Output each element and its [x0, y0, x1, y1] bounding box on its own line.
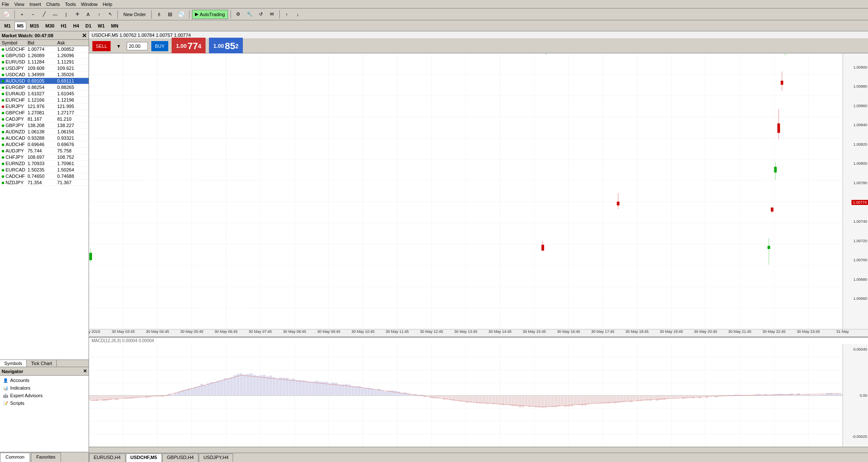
- line-tool-btn[interactable]: ╱: [39, 10, 49, 19]
- menu-view[interactable]: View: [14, 2, 25, 7]
- market-watch-row[interactable]: GBPUSD 1.26089 1.26096: [0, 53, 89, 59]
- market-watch-row[interactable]: AUDJPY 75.744 75.758: [0, 148, 89, 154]
- tab-tick-chart[interactable]: Tick Chart: [27, 360, 57, 367]
- market-watch-row[interactable]: CHFJPY 108.697 108.752: [0, 154, 89, 160]
- market-watch-row[interactable]: CADCHF 0.74650 0.74688: [0, 173, 89, 180]
- symbol-dot: [2, 175, 4, 178]
- chart-tab[interactable]: GBPUSD,H4: [162, 454, 199, 462]
- vline-btn[interactable]: |: [61, 10, 71, 19]
- market-watch-row[interactable]: EURNZD 1.70933 1.70961: [0, 160, 89, 167]
- market-watch-row[interactable]: EURUSD 1.11284 1.11291: [0, 59, 89, 65]
- buy-button[interactable]: BUY: [151, 41, 168, 51]
- menu-tools[interactable]: Tools: [65, 2, 76, 7]
- nav-item[interactable]: 👤Accounts: [1, 376, 88, 384]
- symbol-bid: 1.12166: [28, 97, 57, 102]
- arrow-btn[interactable]: ↑: [95, 10, 104, 19]
- market-watch-row[interactable]: EURJPY 121.976 121.995: [0, 103, 89, 110]
- tf-w1[interactable]: W1: [95, 22, 108, 30]
- tf-mn[interactable]: MN: [108, 22, 121, 30]
- nav-item[interactable]: 🤖Expert Advisors: [1, 392, 88, 399]
- market-watch-row[interactable]: EURGBP 0.88254 0.88265: [0, 84, 89, 91]
- settings-btn[interactable]: ⚙: [234, 10, 243, 19]
- market-watch-row[interactable]: USDJPY 109.608 109.621: [0, 65, 89, 72]
- market-watch-row[interactable]: AUDCHF 0.69646 0.69676: [0, 141, 89, 148]
- line-chart-btn[interactable]: 📉: [176, 10, 186, 19]
- macd-axis-label: 0.00045: [853, 347, 867, 351]
- menu-insert[interactable]: Insert: [29, 2, 41, 7]
- expert-btn[interactable]: 🔧: [245, 10, 255, 19]
- tf-h4[interactable]: H4: [70, 22, 81, 30]
- text-btn[interactable]: A: [83, 10, 93, 19]
- market-watch-close[interactable]: ✕: [82, 33, 87, 39]
- sep5: [231, 10, 231, 19]
- symbol-bid: 1.34999: [28, 72, 57, 77]
- market-watch-row[interactable]: NZDJPY 71.354 71.367: [0, 180, 89, 186]
- chart-tab[interactable]: USDJPY,H4: [199, 454, 233, 462]
- hline-btn[interactable]: —: [50, 10, 60, 19]
- chart-tab[interactable]: EURUSD,H4: [89, 454, 125, 462]
- market-watch-row[interactable]: AUDCAD 0.93288 0.93321: [0, 135, 89, 141]
- symbol-name: CHFJPY: [2, 155, 28, 160]
- price-axis-label: 1.00720: [853, 239, 867, 243]
- menu-file[interactable]: File: [2, 2, 9, 7]
- tf-m15[interactable]: M15: [28, 22, 42, 30]
- tf-d1[interactable]: D1: [83, 22, 94, 30]
- tab-common[interactable]: Common: [0, 453, 30, 462]
- chart-canvas[interactable]: [89, 53, 843, 329]
- tf-m5[interactable]: M5: [14, 22, 26, 30]
- candlestick-canvas[interactable]: [89, 53, 843, 329]
- menu-charts[interactable]: Charts: [46, 2, 60, 7]
- bar-chart-btn[interactable]: ▤: [165, 10, 175, 19]
- menu-help[interactable]: Help: [103, 2, 112, 7]
- tf-h1[interactable]: H1: [58, 22, 69, 30]
- chart-type-btn[interactable]: 🕯: [154, 10, 164, 19]
- crosshair-btn[interactable]: ✛: [72, 10, 82, 19]
- tab-favorites[interactable]: Favorites: [31, 453, 61, 462]
- market-watch-row[interactable]: USDCHF 1.00774 1.00852: [0, 46, 89, 53]
- macd-label: MACD(12,26,9) 0.00004 0.00004: [92, 338, 154, 343]
- market-watch-row[interactable]: AUDUSD 0.69105 0.69111: [0, 78, 89, 84]
- symbol-bid: 108.697: [28, 155, 57, 160]
- market-watch-row[interactable]: EURCAD 1.50235 1.50264: [0, 167, 89, 173]
- tf-m30[interactable]: M30: [43, 22, 57, 30]
- market-watch-row[interactable]: EURCHF 1.12166 1.12196: [0, 97, 89, 103]
- cursor-btn[interactable]: ↖: [106, 10, 115, 19]
- sell-button[interactable]: SELL: [92, 41, 111, 51]
- symbol-bid: 138.208: [28, 123, 57, 128]
- symbol-dot: [2, 169, 4, 172]
- tf-m1[interactable]: M1: [2, 22, 13, 30]
- market-watch-row[interactable]: GBPJPY 138.208 138.227: [0, 122, 89, 129]
- market-watch-row[interactable]: AUDNZD 1.06138 1.06156: [0, 129, 89, 135]
- buy-arrow-btn[interactable]: ↑: [282, 10, 292, 19]
- chart-scrollbar[interactable]: [89, 447, 868, 453]
- chart-header: USDCHF,M5 1.00762 1.00784 1.00757 1.0077…: [89, 31, 868, 39]
- new-order-btn[interactable]: New Order: [120, 10, 149, 19]
- market-watch-row[interactable]: CADJPY 81.167 81.210: [0, 116, 89, 122]
- sell-dropdown[interactable]: ▼: [114, 41, 123, 51]
- market-watch-row[interactable]: GBPCHF 1.27081 1.27177: [0, 110, 89, 116]
- nav-item[interactable]: 📊Indicators: [1, 384, 88, 392]
- menu-window[interactable]: Window: [81, 2, 97, 7]
- market-watch-row[interactable]: EURAUD 1.61027 1.61045: [0, 91, 89, 97]
- tab-symbols[interactable]: Symbols: [0, 360, 27, 367]
- chart-tab[interactable]: USDCHF,M5: [126, 454, 162, 462]
- symbol-ask: 1.11291: [57, 59, 87, 64]
- new-chart-btn[interactable]: 📈: [2, 10, 12, 19]
- refresh-btn[interactable]: ↺: [256, 10, 266, 19]
- autotrade-btn[interactable]: ▶ AutoTrading: [192, 10, 228, 19]
- buy-prefix: 1.00: [213, 43, 224, 49]
- market-watch-row[interactable]: USDCAD 1.34999 1.35026: [0, 72, 89, 78]
- zoom-in-btn[interactable]: +: [17, 10, 27, 19]
- symbol-name: EURCHF: [2, 97, 28, 102]
- zoom-out-btn[interactable]: −: [28, 10, 38, 19]
- navigator-close[interactable]: ✕: [83, 368, 87, 374]
- nav-item[interactable]: 📝Scripts: [1, 399, 88, 407]
- symbol-bid: 1.61027: [28, 91, 57, 96]
- symbol-dot: [2, 118, 4, 121]
- lot-size-input[interactable]: [127, 42, 148, 50]
- sell-arrow-btn[interactable]: ↓: [293, 10, 303, 19]
- mail-btn[interactable]: ✉: [267, 10, 277, 19]
- macd-chart-area[interactable]: [89, 344, 843, 447]
- symbol-bid: 121.976: [28, 104, 57, 109]
- symbol-name: EURJPY: [2, 104, 28, 109]
